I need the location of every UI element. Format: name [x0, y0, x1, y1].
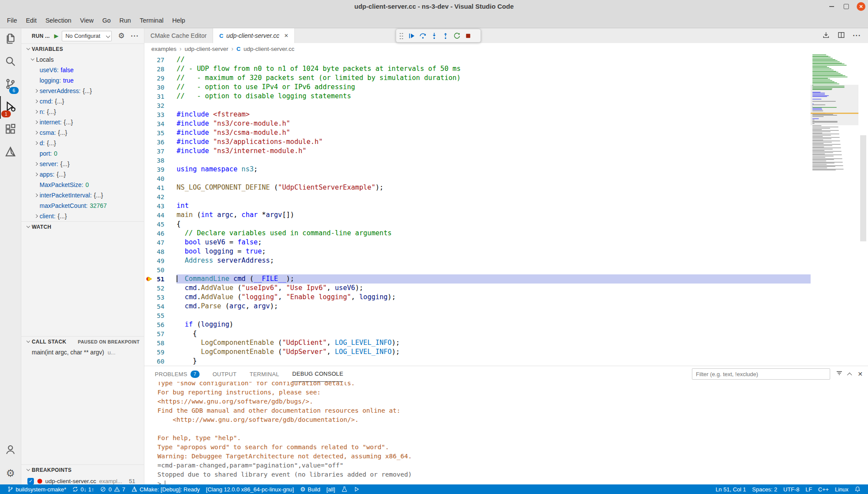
gutter[interactable]: 35	[144, 128, 177, 137]
gutter[interactable]: 47	[144, 238, 177, 247]
code-line[interactable]: cmd.Parse (argc, argv);	[177, 302, 811, 311]
more-actions-icon[interactable]: ···	[853, 32, 861, 40]
close-panel-icon[interactable]: ✕	[858, 370, 863, 377]
gutter[interactable]: 59	[144, 347, 177, 357]
variable-row[interactable]: n:{...}	[21, 107, 144, 117]
gutter[interactable]: 31	[144, 92, 177, 101]
continue-button[interactable]	[406, 30, 417, 41]
status-remote-os[interactable]: Linux	[832, 486, 851, 493]
gutter[interactable]: 45	[144, 220, 177, 229]
tab-udp-client-server[interactable]: C udp-client-server.cc ✕	[213, 28, 295, 43]
gutter[interactable]: 28	[144, 64, 177, 73]
minimap-viewport[interactable]	[811, 85, 858, 126]
code-line[interactable]: bool useV6 = false;	[177, 238, 811, 247]
breakpoint-checkbox[interactable]: ✓	[27, 478, 34, 484]
gutter[interactable]: 46	[144, 229, 177, 238]
code-line[interactable]: cmd.AddValue ("useIpv6", "Use Ipv6", use…	[177, 284, 811, 293]
status-eol[interactable]: LF	[802, 486, 815, 493]
status-build-target[interactable]: [all]	[323, 486, 338, 493]
status-launch[interactable]	[351, 486, 363, 492]
gutter[interactable]: 42	[144, 192, 177, 201]
gutter[interactable]: 44	[144, 210, 177, 220]
code-line[interactable]: using namespace ns3;	[177, 165, 811, 174]
code-line[interactable]: // - option to use IPv4 or IPv6 addressi…	[177, 83, 811, 92]
sidebar-item-source-control[interactable]: 6	[0, 73, 21, 96]
menu-file[interactable]: File	[3, 17, 21, 24]
code-line[interactable]	[177, 265, 811, 274]
status-cmake-kit[interactable]: [Clang 12.0.0 x86_64-pc-linux-gnu]	[203, 486, 297, 493]
call-stack-frame[interactable]: main(int argc, char ** argv) u...	[21, 347, 144, 357]
manage-button[interactable]: ⚙	[0, 462, 21, 484]
breadcrumb-folder[interactable]: examples	[151, 46, 177, 52]
menu-terminal[interactable]: Terminal	[135, 17, 168, 24]
breakpoints-section-header[interactable]: BREAKPOINTS	[21, 464, 144, 475]
status-git-branch[interactable]: buildsystem-cmake*	[4, 486, 69, 493]
code-line[interactable]: Address serverAddress;	[177, 256, 811, 265]
code-line[interactable]: // - maximum of 320 packets sent (or lim…	[177, 73, 811, 83]
menu-help[interactable]: Help	[168, 17, 190, 24]
maximize-panel-icon[interactable]	[848, 370, 852, 378]
gutter[interactable]: 48	[144, 247, 177, 256]
gutter[interactable]: 32	[144, 101, 177, 110]
code-line[interactable]: bool logging = true;	[177, 247, 811, 256]
variable-row[interactable]: port:0	[21, 148, 144, 159]
sidebar-item-cmake[interactable]	[0, 141, 21, 164]
code-line[interactable]: #include "ns3/internet-module.h"	[177, 147, 811, 156]
start-debug-button[interactable]: ▶	[54, 33, 58, 39]
code-line[interactable]: CommandLine cmd (__FILE__);	[177, 274, 811, 284]
editor-scrollbar[interactable]	[858, 54, 868, 366]
gutter[interactable]: 58	[144, 338, 177, 347]
breadcrumb-file[interactable]: udp-client-server.cc	[244, 46, 294, 52]
variable-row[interactable]: useV6:false	[21, 65, 144, 75]
variable-row[interactable]: logging:true	[21, 75, 144, 86]
code-line[interactable]: {	[177, 220, 811, 229]
code-line[interactable]: // - option to disable logging statement…	[177, 92, 811, 101]
code-line[interactable]: #include "ns3/csma-module.h"	[177, 128, 811, 137]
menu-edit[interactable]: Edit	[21, 17, 41, 24]
code-line[interactable]: // - UDP flow from n0 to n1 of 1024 byte…	[177, 64, 811, 73]
step-over-button[interactable]	[417, 30, 428, 41]
minimize-button[interactable]	[827, 2, 836, 11]
gutter[interactable]: 43	[144, 201, 177, 210]
gutter[interactable]: 52	[144, 284, 177, 293]
status-cmake-build[interactable]: ⚙Build	[297, 486, 323, 493]
variable-row[interactable]: csma:{...}	[21, 127, 144, 138]
status-language-mode[interactable]: C++	[815, 486, 832, 493]
code-line[interactable]: LogComponentEnable ("UdpServer", LOG_LEV…	[177, 347, 811, 357]
variable-row[interactable]: d:{...}	[21, 138, 144, 148]
restart-button[interactable]	[451, 30, 462, 41]
variables-section-header[interactable]: VARIABLES	[21, 43, 144, 54]
console-filter-input[interactable]	[692, 368, 830, 380]
gutter[interactable]: 53	[144, 293, 177, 302]
close-button[interactable]: ✕	[857, 2, 865, 11]
gutter[interactable]: 30	[144, 83, 177, 92]
variable-row[interactable]: maxPacketCount:32767	[21, 200, 144, 211]
variable-row[interactable]: MaxPacketSize:0	[21, 180, 144, 190]
breadcrumb-folder[interactable]: udp-client-server	[184, 46, 228, 52]
variable-row[interactable]: apps:{...}	[21, 169, 144, 180]
status-indentation[interactable]: Spaces: 2	[749, 486, 781, 493]
gutter[interactable]: 60	[144, 357, 177, 366]
gutter[interactable]: 50	[144, 265, 177, 274]
code-line[interactable]	[177, 311, 811, 320]
variable-row[interactable]: cmd:{...}	[21, 96, 144, 107]
status-problems[interactable]: 07	[97, 486, 128, 493]
sidebar-item-explorer[interactable]	[0, 28, 21, 51]
gutter[interactable]: 34	[144, 119, 177, 128]
debug-gear-icon[interactable]: ⚙	[118, 32, 124, 40]
code-line[interactable]: {	[177, 329, 811, 338]
gutter[interactable]: 57	[144, 329, 177, 338]
gutter[interactable]: 29	[144, 73, 177, 83]
status-git-sync[interactable]: 0↓ 1↑	[69, 486, 97, 493]
split-editor-icon[interactable]	[838, 31, 845, 40]
tab-cmake-cache-editor[interactable]: CMake Cache Editor	[144, 28, 213, 43]
menu-go[interactable]: Go	[98, 17, 115, 24]
panel-tab-output[interactable]: OUTPUT	[213, 366, 237, 382]
gutter[interactable]: 36	[144, 137, 177, 147]
scrollbar-thumb[interactable]	[860, 135, 866, 241]
drag-handle-icon[interactable]	[399, 32, 404, 39]
stop-button[interactable]	[463, 30, 473, 41]
code-line[interactable]: // Declare variables used in command-lin…	[177, 229, 811, 238]
step-into-button[interactable]	[429, 30, 439, 41]
watch-section-header[interactable]: WATCH	[21, 221, 144, 232]
